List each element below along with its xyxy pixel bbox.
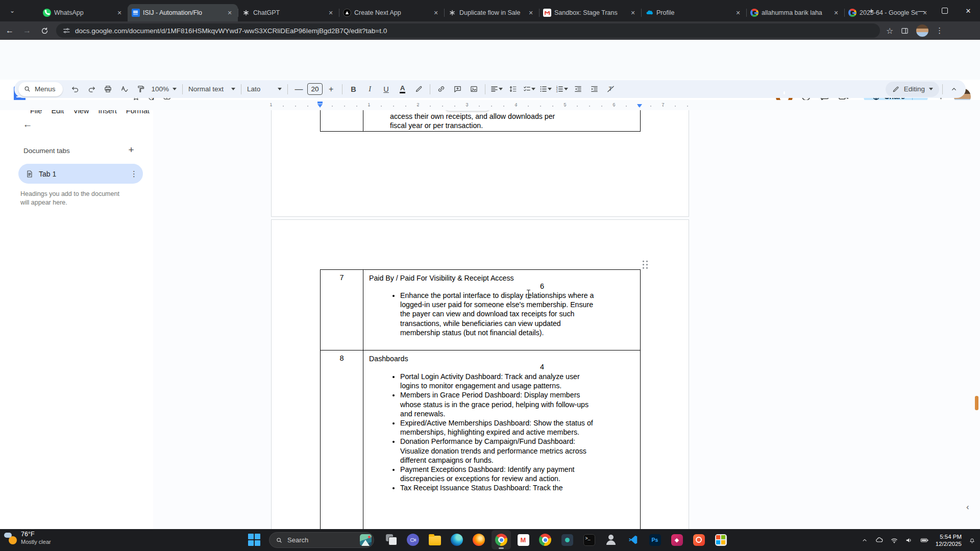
numbered-list-button[interactable]: [554, 82, 570, 96]
browser-menu-icon[interactable]: ⋮: [936, 26, 943, 35]
bullet-item[interactable]: Portal Login Activity Dashboard: Track a…: [400, 372, 595, 390]
insert-link-button[interactable]: [433, 82, 449, 96]
close-tabs-panel-button[interactable]: ←: [19, 116, 36, 133]
line-spacing-button[interactable]: [505, 82, 521, 96]
taskbar-search[interactable]: Search: [269, 532, 374, 548]
tab-close-icon[interactable]: ✕: [832, 9, 840, 17]
forward-button[interactable]: →: [19, 23, 35, 38]
menus-search-button[interactable]: Menus: [18, 82, 63, 96]
grid-app-button[interactable]: [711, 530, 730, 549]
tab-close-icon[interactable]: ✕: [629, 9, 637, 17]
font-size-decrease-button[interactable]: —: [291, 82, 307, 96]
back-button[interactable]: ←: [2, 23, 17, 38]
spellcheck-button[interactable]: [116, 82, 132, 96]
table-move-handle[interactable]: [642, 260, 649, 269]
restore-button[interactable]: [933, 0, 957, 21]
italic-button[interactable]: I: [362, 82, 378, 96]
onedrive-cloud-icon[interactable]: [875, 536, 884, 544]
row-title-cell[interactable]: Paid By / Paid For Visibility & Receipt …: [369, 274, 514, 282]
add-document-tab-button[interactable]: +: [124, 143, 138, 157]
tab-close-icon[interactable]: ✕: [226, 9, 234, 17]
align-button[interactable]: [488, 82, 504, 96]
left-margin-marker[interactable]: [317, 104, 323, 108]
tab-close-icon[interactable]: ✕: [115, 9, 124, 17]
bullet-item[interactable]: Tax Receipt Issuance Status Dashboard: T…: [400, 483, 595, 492]
people-button[interactable]: [601, 530, 621, 549]
tab-options-icon[interactable]: ⋮: [130, 169, 138, 179]
bullet-list[interactable]: Portal Login Activity Dashboard: Track a…: [387, 372, 595, 493]
collapse-toolbar-button[interactable]: [946, 82, 962, 96]
gmail-button[interactable]: M: [513, 530, 533, 549]
insert-image-button[interactable]: [466, 82, 482, 96]
row-title-cell[interactable]: Dashboards: [369, 355, 408, 363]
reload-button[interactable]: [37, 23, 52, 38]
row-hours-cell[interactable]: 4: [540, 363, 544, 371]
paint-format-button[interactable]: [133, 82, 149, 96]
increase-indent-button[interactable]: [586, 82, 602, 96]
side-panel-icon[interactable]: [900, 27, 909, 35]
bullet-list[interactable]: Enhance the portal interface to display …: [387, 291, 595, 337]
redo-button[interactable]: [84, 82, 100, 96]
underline-button[interactable]: U: [378, 82, 394, 96]
tab-close-icon[interactable]: ✕: [432, 9, 440, 17]
document-tab-1[interactable]: Tab 1 ⋮: [18, 164, 143, 184]
scrollbar-thumb[interactable]: [975, 396, 978, 410]
bold-button[interactable]: B: [346, 82, 361, 96]
tab-search-icon[interactable]: ⌄: [5, 4, 19, 17]
terminal-button[interactable]: >_: [579, 530, 599, 549]
row-number-cell[interactable]: 7: [321, 273, 363, 282]
battery-icon[interactable]: [920, 536, 929, 545]
bullet-item[interactable]: Payment Exceptions Dashboard: Identify a…: [400, 465, 595, 483]
editing-mode-select[interactable]: Editing: [886, 82, 939, 97]
notification-bell-icon[interactable]: [968, 536, 976, 544]
tab-sandbox-stage[interactable]: Sandbox: Stage Trans ✕: [539, 4, 641, 21]
bullet-item[interactable]: Expired/Active Memberships Dashboard: Sh…: [400, 418, 595, 437]
edge-button[interactable]: [447, 530, 467, 549]
decrease-indent-button[interactable]: [570, 82, 586, 96]
right-margin-marker[interactable]: [637, 104, 642, 108]
bookmark-star-icon[interactable]: ☆: [886, 26, 893, 36]
task-view-button[interactable]: [382, 530, 401, 549]
weather-widget[interactable]: 76°F Mostly clear: [4, 531, 51, 545]
font-size-increase-button[interactable]: +: [323, 82, 339, 96]
font-size-input[interactable]: [307, 83, 323, 95]
bullet-item[interactable]: Members in Grace Period Dashboard: Displ…: [400, 390, 595, 418]
font-select[interactable]: Lato: [244, 85, 284, 93]
row-number-cell[interactable]: 8: [321, 354, 363, 362]
hidden-icons-chevron[interactable]: [861, 537, 868, 544]
tab-chatgpt[interactable]: ChatGPT ✕: [238, 4, 339, 21]
tab-profile[interactable]: Profile ✕: [641, 4, 746, 21]
search-highlight-thumbnail[interactable]: [360, 534, 372, 546]
pink-app-button[interactable]: ◆: [667, 530, 687, 549]
tab-isij-docs[interactable]: ISIJ - Automation/Flo ✕: [128, 4, 238, 21]
browser-profile-avatar[interactable]: [916, 24, 928, 37]
table-cell-text[interactable]: access their own receipts, and allow dow…: [390, 112, 570, 130]
text-color-button[interactable]: A: [395, 82, 410, 96]
url-text[interactable]: docs.google.com/document/d/1MF816HSMkqvW…: [75, 27, 387, 35]
tab-whatsapp[interactable]: WhatsApp ✕: [39, 4, 128, 21]
tab-close-icon[interactable]: ✕: [527, 9, 535, 17]
tab-close-icon[interactable]: ✕: [327, 9, 335, 17]
checklist-button[interactable]: [521, 82, 537, 96]
highlight-color-button[interactable]: [411, 82, 427, 96]
photoshop-button[interactable]: Ps: [645, 530, 665, 549]
add-comment-button[interactable]: [450, 82, 465, 96]
chrome-button-active[interactable]: [492, 530, 511, 549]
chat-app-button[interactable]: [403, 530, 423, 549]
collapse-side-arrow[interactable]: ‹: [966, 502, 969, 512]
omnibox[interactable]: docs.google.com/document/d/1MF816HSMkqvW…: [56, 23, 880, 38]
new-tab-button[interactable]: +: [865, 5, 878, 18]
bullet-item[interactable]: Donation Performance by Campaign/Fund Da…: [400, 437, 595, 465]
row-hours-cell[interactable]: 6: [540, 282, 544, 290]
chrome-alt-button[interactable]: [535, 530, 555, 549]
close-button[interactable]: ✕: [957, 0, 980, 21]
bulleted-list-button[interactable]: [537, 82, 553, 96]
volume-icon[interactable]: [905, 536, 913, 544]
undo-button[interactable]: [67, 82, 83, 96]
start-button[interactable]: [244, 530, 264, 549]
orange-app-button[interactable]: [689, 530, 708, 549]
tab-duplicate-flow[interactable]: Duplicate flow in Sale ✕: [444, 4, 539, 21]
site-settings-icon[interactable]: [62, 27, 70, 35]
dark-app-button[interactable]: [557, 530, 577, 549]
file-explorer-button[interactable]: [425, 530, 445, 549]
